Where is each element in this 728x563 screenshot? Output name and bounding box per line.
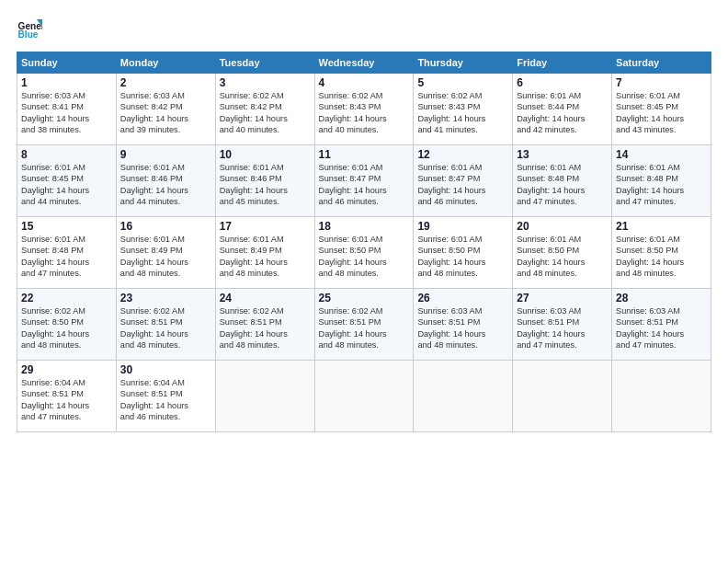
day-info: Sunrise: 6:01 AMSunset: 8:49 PMDaylight:… [120, 234, 211, 280]
day-number: 11 [319, 148, 410, 161]
day-info: Sunrise: 6:01 AMSunset: 8:48 PMDaylight:… [517, 162, 608, 208]
calendar-cell: 23Sunrise: 6:02 AMSunset: 8:51 PMDayligh… [116, 289, 215, 361]
calendar-cell: 8Sunrise: 6:01 AMSunset: 8:45 PMDaylight… [17, 145, 117, 217]
day-number: 20 [517, 220, 608, 233]
calendar-cell: 12Sunrise: 6:01 AMSunset: 8:47 PMDayligh… [414, 145, 513, 217]
calendar-cell: 5Sunrise: 6:02 AMSunset: 8:43 PMDaylight… [414, 74, 513, 145]
day-header-sunday: Sunday [17, 52, 117, 74]
calendar-cell [314, 361, 414, 432]
svg-text:Blue: Blue [18, 29, 39, 40]
calendar-cell: 29Sunrise: 6:04 AMSunset: 8:51 PMDayligh… [17, 361, 117, 432]
calendar-cell: 9Sunrise: 6:01 AMSunset: 8:46 PMDaylight… [116, 145, 215, 217]
calendar-cell: 2Sunrise: 6:03 AMSunset: 8:42 PMDaylight… [116, 74, 215, 145]
day-number: 28 [616, 292, 707, 304]
day-number: 18 [319, 220, 410, 233]
day-number: 9 [120, 148, 211, 161]
day-number: 10 [220, 148, 311, 161]
day-info: Sunrise: 6:03 AMSunset: 8:51 PMDaylight:… [517, 305, 608, 351]
calendar-cell: 15Sunrise: 6:01 AMSunset: 8:48 PMDayligh… [17, 217, 117, 289]
calendar-cell: 13Sunrise: 6:01 AMSunset: 8:48 PMDayligh… [513, 145, 612, 217]
day-info: Sunrise: 6:02 AMSunset: 8:51 PMDaylight:… [319, 305, 410, 351]
day-number: 29 [21, 363, 112, 376]
day-number: 21 [616, 220, 707, 233]
day-info: Sunrise: 6:01 AMSunset: 8:46 PMDaylight:… [120, 162, 211, 208]
calendar-cell: 3Sunrise: 6:02 AMSunset: 8:42 PMDaylight… [215, 74, 314, 145]
calendar-cell: 30Sunrise: 6:04 AMSunset: 8:51 PMDayligh… [116, 361, 215, 432]
day-number: 19 [417, 220, 508, 233]
day-number: 17 [220, 220, 311, 233]
calendar-cell: 14Sunrise: 6:01 AMSunset: 8:48 PMDayligh… [612, 145, 711, 217]
calendar-cell: 17Sunrise: 6:01 AMSunset: 8:49 PMDayligh… [215, 217, 314, 289]
day-number: 23 [120, 292, 211, 304]
day-header-tuesday: Tuesday [215, 52, 314, 74]
day-number: 14 [616, 148, 707, 161]
day-info: Sunrise: 6:02 AMSunset: 8:42 PMDaylight:… [220, 90, 311, 136]
day-info: Sunrise: 6:01 AMSunset: 8:48 PMDaylight:… [616, 162, 707, 208]
calendar-cell: 19Sunrise: 6:01 AMSunset: 8:50 PMDayligh… [414, 217, 513, 289]
day-header-monday: Monday [116, 52, 215, 74]
day-number: 2 [120, 76, 211, 89]
day-info: Sunrise: 6:01 AMSunset: 8:45 PMDaylight:… [616, 90, 707, 136]
day-number: 5 [417, 76, 508, 89]
day-info: Sunrise: 6:01 AMSunset: 8:50 PMDaylight:… [417, 234, 508, 280]
day-number: 3 [220, 76, 311, 89]
calendar-cell [414, 361, 513, 432]
day-info: Sunrise: 6:02 AMSunset: 8:50 PMDaylight:… [21, 305, 112, 351]
calendar-cell: 26Sunrise: 6:03 AMSunset: 8:51 PMDayligh… [414, 289, 513, 361]
calendar-cell: 16Sunrise: 6:01 AMSunset: 8:49 PMDayligh… [116, 217, 215, 289]
day-number: 13 [517, 148, 608, 161]
calendar-cell [513, 361, 612, 432]
day-number: 7 [616, 76, 707, 89]
day-info: Sunrise: 6:01 AMSunset: 8:50 PMDaylight:… [319, 234, 410, 280]
calendar-cell: 7Sunrise: 6:01 AMSunset: 8:45 PMDaylight… [612, 74, 711, 145]
day-info: Sunrise: 6:01 AMSunset: 8:45 PMDaylight:… [21, 162, 112, 208]
day-info: Sunrise: 6:03 AMSunset: 8:51 PMDaylight:… [417, 305, 508, 351]
calendar-cell: 4Sunrise: 6:02 AMSunset: 8:43 PMDaylight… [314, 74, 414, 145]
logo: General Blue [17, 17, 46, 42]
day-info: Sunrise: 6:03 AMSunset: 8:42 PMDaylight:… [120, 90, 211, 136]
day-info: Sunrise: 6:01 AMSunset: 8:50 PMDaylight:… [616, 234, 707, 280]
day-info: Sunrise: 6:03 AMSunset: 8:51 PMDaylight:… [616, 305, 707, 351]
calendar-cell [215, 361, 314, 432]
calendar-cell: 18Sunrise: 6:01 AMSunset: 8:50 PMDayligh… [314, 217, 414, 289]
calendar-cell: 28Sunrise: 6:03 AMSunset: 8:51 PMDayligh… [612, 289, 711, 361]
logo-icon: General Blue [17, 17, 42, 42]
day-number: 6 [517, 76, 608, 89]
day-number: 25 [319, 292, 410, 304]
day-number: 27 [517, 292, 608, 304]
calendar-cell: 10Sunrise: 6:01 AMSunset: 8:46 PMDayligh… [215, 145, 314, 217]
calendar-cell: 21Sunrise: 6:01 AMSunset: 8:50 PMDayligh… [612, 217, 711, 289]
day-number: 16 [120, 220, 211, 233]
day-number: 15 [21, 220, 112, 233]
day-info: Sunrise: 6:02 AMSunset: 8:51 PMDaylight:… [120, 305, 211, 351]
day-header-wednesday: Wednesday [314, 52, 414, 74]
day-info: Sunrise: 6:01 AMSunset: 8:50 PMDaylight:… [517, 234, 608, 280]
day-info: Sunrise: 6:01 AMSunset: 8:47 PMDaylight:… [319, 162, 410, 208]
calendar-cell [612, 361, 711, 432]
calendar-cell: 27Sunrise: 6:03 AMSunset: 8:51 PMDayligh… [513, 289, 612, 361]
day-number: 1 [21, 76, 112, 89]
day-header-friday: Friday [513, 52, 612, 74]
calendar-cell: 20Sunrise: 6:01 AMSunset: 8:50 PMDayligh… [513, 217, 612, 289]
day-number: 4 [319, 76, 410, 89]
day-info: Sunrise: 6:03 AMSunset: 8:41 PMDaylight:… [21, 90, 112, 136]
day-info: Sunrise: 6:04 AMSunset: 8:51 PMDaylight:… [21, 377, 112, 423]
calendar-cell: 1Sunrise: 6:03 AMSunset: 8:41 PMDaylight… [17, 74, 117, 145]
day-number: 12 [417, 148, 508, 161]
day-info: Sunrise: 6:04 AMSunset: 8:51 PMDaylight:… [120, 377, 211, 423]
day-header-saturday: Saturday [612, 52, 711, 74]
calendar-cell: 25Sunrise: 6:02 AMSunset: 8:51 PMDayligh… [314, 289, 414, 361]
day-header-thursday: Thursday [414, 52, 513, 74]
day-info: Sunrise: 6:02 AMSunset: 8:43 PMDaylight:… [319, 90, 410, 136]
day-info: Sunrise: 6:02 AMSunset: 8:43 PMDaylight:… [417, 90, 508, 136]
calendar-table: SundayMondayTuesdayWednesdayThursdayFrid… [17, 52, 711, 432]
day-number: 24 [220, 292, 311, 304]
day-number: 26 [417, 292, 508, 304]
day-info: Sunrise: 6:01 AMSunset: 8:49 PMDaylight:… [220, 234, 311, 280]
day-number: 30 [120, 363, 211, 376]
calendar-cell: 24Sunrise: 6:02 AMSunset: 8:51 PMDayligh… [215, 289, 314, 361]
day-number: 22 [21, 292, 112, 304]
day-number: 8 [21, 148, 112, 161]
calendar-cell: 22Sunrise: 6:02 AMSunset: 8:50 PMDayligh… [17, 289, 117, 361]
calendar-cell: 11Sunrise: 6:01 AMSunset: 8:47 PMDayligh… [314, 145, 414, 217]
